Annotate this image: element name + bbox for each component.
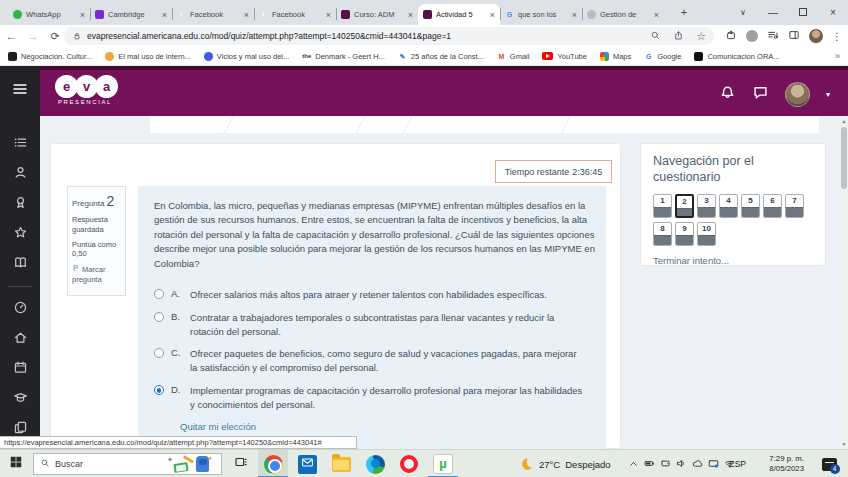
browser-tab[interactable]: Actividad 5×: [418, 4, 500, 25]
forward-button[interactable]: →: [22, 30, 44, 42]
browser-tab[interactable]: fFacebook×: [172, 4, 254, 25]
page-scrollbar[interactable]: ▲ ▼: [840, 116, 848, 449]
menu-icon[interactable]: [12, 81, 28, 101]
profile-avatar[interactable]: [809, 29, 823, 43]
bookmark-item[interactable]: Negociación. Cultur...: [8, 52, 92, 61]
taskbar-utorrent-button[interactable]: µ: [428, 450, 458, 477]
rail-award-icon[interactable]: [13, 195, 28, 214]
taskbar-mail-button[interactable]: [292, 450, 322, 477]
extensions-icon[interactable]: [725, 27, 737, 45]
scroll-up-icon[interactable]: ▲: [840, 118, 848, 124]
tray-cloud-icon[interactable]: [692, 455, 703, 473]
scroll-down-icon[interactable]: ▼: [840, 441, 848, 447]
rail-book-icon[interactable]: [13, 255, 28, 274]
clear-choice-link[interactable]: Quitar mi elección: [180, 421, 590, 432]
tab-close-icon[interactable]: ×: [408, 10, 413, 20]
radio-unselected[interactable]: [154, 289, 164, 299]
radio-selected[interactable]: [154, 385, 164, 395]
tray-chevup-icon[interactable]: [628, 455, 639, 473]
taskbar-edge-button[interactable]: [360, 450, 390, 477]
answer-option[interactable]: C.Ofrecer paquetes de beneficios, como s…: [154, 347, 584, 375]
new-tab-button[interactable]: +: [676, 5, 692, 21]
rail-graduation-icon[interactable]: [13, 390, 28, 409]
extension-icon[interactable]: [746, 30, 758, 42]
bookmark-item[interactable]: ✎25 años de la Const...: [398, 52, 484, 61]
tab-close-icon[interactable]: ×: [80, 10, 85, 20]
tab-close-icon[interactable]: ×: [572, 10, 577, 20]
rail-users-icon[interactable]: [13, 165, 28, 184]
share-icon[interactable]: [673, 27, 684, 45]
rail-gauge-icon[interactable]: [13, 300, 28, 319]
back-button[interactable]: ←: [0, 30, 22, 42]
question-nav-button-6[interactable]: 6: [763, 194, 782, 218]
bookmark-item[interactable]: YouTube: [542, 52, 586, 61]
side-panel-icon[interactable]: [788, 27, 800, 45]
flag-question-link[interactable]: Marcar pregunta: [72, 264, 121, 285]
bookmark-item[interactable]: Comunicacion ORA...: [694, 52, 779, 61]
browser-tab[interactable]: fFacebook×: [254, 4, 336, 25]
answer-option[interactable]: A.Ofrecer salarios más altos para atraer…: [154, 288, 584, 302]
task-view-button[interactable]: [228, 450, 254, 477]
tray-battery-icon[interactable]: [644, 455, 655, 473]
rail-star-icon[interactable]: [13, 225, 28, 244]
taskbar-clock[interactable]: 7:29 p. m. 8/05/2023: [752, 450, 804, 477]
question-nav-button-4[interactable]: 4: [719, 194, 738, 218]
bookmark-item[interactable]: Maps: [600, 52, 631, 61]
window-maximize-button[interactable]: [788, 7, 818, 18]
eva-logo[interactable]: eva PRESENCIAL: [55, 75, 115, 105]
bookmarks-overflow-icon[interactable]: »: [835, 51, 840, 61]
radio-unselected[interactable]: [154, 348, 164, 358]
browser-menu-icon[interactable]: ⋮: [832, 31, 842, 42]
tray-speaker-icon[interactable]: [676, 455, 687, 473]
tab-close-icon[interactable]: ×: [244, 10, 249, 20]
question-nav-button-9[interactable]: 9: [675, 222, 694, 246]
question-nav-button-3[interactable]: 3: [697, 194, 716, 218]
user-menu-caret-icon[interactable]: ▾: [826, 90, 830, 99]
question-nav-button-5[interactable]: 5: [741, 194, 760, 218]
question-nav-button-1[interactable]: 1: [653, 194, 672, 218]
radio-unselected[interactable]: [154, 312, 164, 322]
finish-attempt-link[interactable]: Terminar intento...: [653, 255, 813, 266]
window-minimize-button[interactable]: —: [758, 7, 788, 18]
notification-center-button[interactable]: 4: [812, 450, 846, 477]
tab-close-icon[interactable]: ×: [490, 10, 495, 20]
language-indicator[interactable]: ESP: [729, 450, 746, 477]
question-nav-button-7[interactable]: 7: [785, 194, 804, 218]
scrollbar-thumb[interactable]: [841, 127, 847, 189]
notifications-bell-icon[interactable]: [719, 84, 736, 105]
tab-close-icon[interactable]: ×: [162, 10, 167, 20]
question-nav-button-8[interactable]: 8: [653, 222, 672, 246]
tray-cast-icon[interactable]: [708, 455, 719, 473]
rail-list-icon[interactable]: [13, 135, 28, 154]
bookmark-item[interactable]: MGmail: [497, 52, 530, 61]
tab-close-icon[interactable]: ×: [326, 10, 331, 20]
start-button[interactable]: [2, 450, 30, 477]
browser-tab[interactable]: Curso: ADM×: [336, 4, 418, 25]
question-nav-button-2[interactable]: 2: [675, 194, 694, 218]
messages-icon[interactable]: [752, 84, 769, 105]
url-text[interactable]: evapresencial.americana.edu.co/mod/quiz/…: [87, 31, 645, 41]
tab-search-icon[interactable]: ∨: [728, 8, 758, 17]
bookmark-item[interactable]: Vicios y mal uso del...: [204, 52, 289, 61]
window-close-button[interactable]: ×: [818, 7, 848, 18]
taskbar-chrome-button[interactable]: [258, 450, 288, 477]
user-avatar[interactable]: [785, 82, 810, 107]
taskbar-search-input[interactable]: Buscar ✦●: [33, 453, 222, 475]
rail-home-icon[interactable]: [13, 330, 28, 349]
browser-tab[interactable]: Cambridge×: [90, 4, 172, 25]
tray-tablet-icon[interactable]: [660, 455, 671, 473]
playlist-extension-icon[interactable]: [767, 27, 779, 45]
bookmark-item[interactable]: theDenmark - Geert H...: [302, 52, 385, 61]
taskbar-weather-widget[interactable]: 27°C Despejado: [519, 450, 611, 477]
browser-tab[interactable]: Gestión de×: [582, 4, 664, 25]
tab-close-icon[interactable]: ×: [654, 10, 659, 20]
taskbar-explorer-button[interactable]: [326, 450, 356, 477]
reload-button[interactable]: ⟳: [44, 30, 66, 43]
taskbar-opera-button[interactable]: [394, 450, 424, 477]
browser-tab[interactable]: WhatsApp×: [8, 4, 90, 25]
zoom-icon[interactable]: [650, 27, 661, 45]
bookmark-item[interactable]: El mal uso de intern...: [105, 52, 191, 61]
answer-option[interactable]: B.Contratar a trabajadores temporales o …: [154, 311, 584, 339]
answer-option[interactable]: D.Implementar programas de capacitación …: [154, 384, 584, 412]
question-nav-button-10[interactable]: 10: [697, 222, 716, 246]
